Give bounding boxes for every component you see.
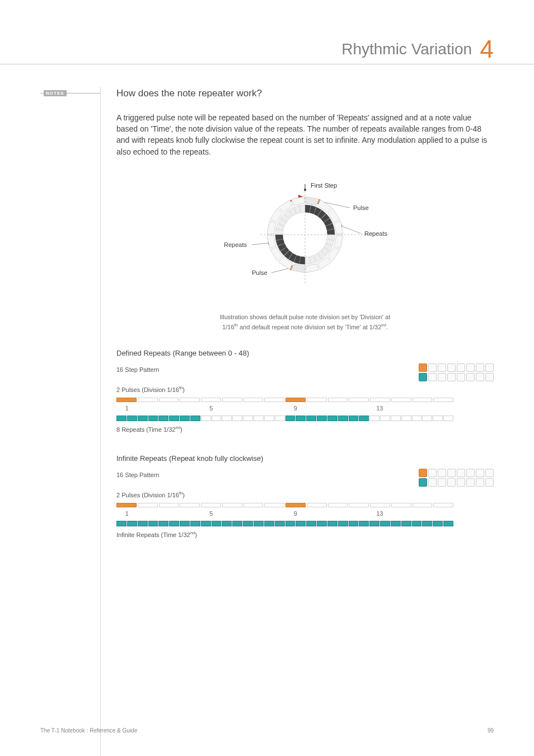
pulse-slot (138, 398, 158, 402)
repeat-slot (359, 521, 369, 526)
repeat-slot (254, 521, 264, 526)
repeat-slot (275, 416, 285, 421)
pulse-timeline-1: 15913 (116, 398, 494, 421)
pulse-timeline-2: 15913 (116, 503, 494, 526)
repeat-slot (422, 521, 432, 526)
repeat-slot (222, 416, 232, 421)
pad-cell (457, 469, 465, 477)
pad-cell (447, 469, 456, 477)
pad-cell (466, 363, 475, 372)
pulse-slot (159, 503, 179, 507)
step-number (390, 510, 411, 519)
pulse-slot (328, 398, 348, 402)
step-number (243, 404, 264, 413)
pulse-slot (180, 503, 200, 507)
repeat-slot (296, 416, 306, 421)
main-content: How does the note repeater work? A trigg… (101, 87, 494, 543)
sidebar: NOTES (0, 87, 101, 543)
svg-line-8 (342, 226, 361, 234)
pad-cell (466, 373, 475, 381)
section1-title: Defined Repeats (Range between 0 - 48) (116, 348, 494, 359)
pulse-slot (370, 503, 390, 507)
repeat-slot (391, 521, 401, 526)
pad-cell (485, 363, 494, 372)
repeat-slot (180, 416, 190, 421)
body-paragraph: A triggered pulse note will be repeated … (116, 112, 494, 157)
repeat-slot (380, 521, 390, 526)
repeat-slot (401, 521, 411, 526)
section-heading: How does the note repeater work? (116, 87, 494, 101)
pad-cell (447, 478, 456, 487)
repeat-slot (349, 521, 359, 526)
pulse-slot (243, 503, 264, 507)
step-number: 13 (369, 510, 391, 519)
pad-cell (457, 363, 465, 372)
label-pulse-bottom: Pulse (252, 269, 268, 276)
pad-cell (438, 363, 446, 372)
pad-cell (438, 469, 446, 477)
repeat-slot (327, 521, 338, 526)
pad-cell (457, 478, 465, 487)
step-number (243, 510, 264, 519)
repeat-slot (243, 521, 253, 526)
repeat-slot (232, 521, 242, 526)
step-number (306, 510, 327, 519)
step-number (138, 404, 159, 413)
pulse-slot (285, 503, 306, 507)
step-number (411, 510, 433, 519)
repeat-slot (349, 416, 359, 421)
repeat-slot (158, 416, 168, 421)
label-repeats-left: Repeats (224, 241, 247, 248)
chapter-number: 4 (480, 37, 494, 62)
pulse-slot (413, 503, 433, 507)
step-number (348, 510, 369, 519)
repeat-slot (401, 416, 411, 421)
diagram-caption: Illustration shows default pulse note di… (188, 312, 423, 332)
pulse-slot (307, 398, 327, 402)
step-number: 9 (285, 510, 306, 519)
pad-grid-1 (419, 363, 494, 381)
pulse-slot (264, 503, 284, 507)
pad-cell (476, 373, 484, 381)
repeat-slot (359, 416, 369, 421)
repeat-slot (190, 416, 200, 421)
repeat-slot (180, 521, 190, 526)
label-repeats-right: Repeats (364, 230, 387, 237)
step-number (158, 404, 180, 413)
section2-pulses-label: 2 Pulses (Division 1/16th) (116, 490, 494, 500)
step-number (411, 404, 433, 413)
repeat-slot (422, 416, 432, 421)
pad-cell (419, 373, 427, 381)
step-number (390, 404, 411, 413)
repeat-slot (243, 416, 253, 421)
pulse-slot (413, 398, 433, 402)
pad-cell (428, 373, 437, 381)
step-number (180, 510, 201, 519)
repeat-slot (433, 521, 443, 526)
repeat-slot (264, 521, 274, 526)
svg-line-10 (252, 243, 268, 245)
step-circle-svg: First Step Pulse Repeats Repeats Pulse (199, 173, 411, 296)
pad-cell (457, 373, 465, 381)
section1-pulses-label: 2 Pulses (Division 1/16th) (116, 385, 494, 395)
repeat-slot (443, 521, 453, 526)
repeat-slot (232, 416, 242, 421)
pulse-slot (307, 503, 327, 507)
label-first-step: First Step (311, 182, 337, 189)
pulse-slot (222, 503, 242, 507)
repeat-slot (222, 521, 232, 526)
repeat-slot (138, 521, 148, 526)
pad-cell (438, 478, 446, 487)
step-number (138, 510, 159, 519)
repeat-slot (412, 416, 422, 421)
pulse-slot (391, 503, 411, 507)
repeat-slot (443, 416, 453, 421)
pulse-slot (116, 503, 137, 507)
content-area: NOTES How does the note repeater work? A… (0, 64, 534, 543)
pad-cell (466, 469, 475, 477)
pulse-slot (349, 503, 369, 507)
pad-cell (485, 469, 494, 477)
pad-cell (419, 363, 427, 372)
repeat-slot (327, 416, 338, 421)
step-number (306, 404, 327, 413)
